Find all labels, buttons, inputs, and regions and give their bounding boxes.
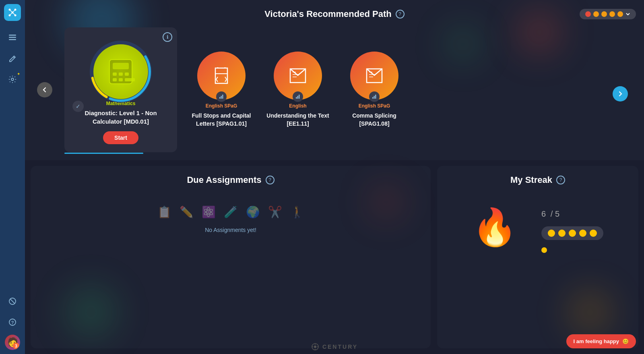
assignments-help[interactable]: ?	[266, 176, 275, 184]
path-card-2-category: English	[289, 103, 306, 109]
svg-line-6	[12, 10, 15, 12]
assignment-icon-globe: 🌍	[246, 205, 260, 219]
prev-button[interactable]	[37, 82, 52, 97]
svg-line-8	[12, 12, 15, 15]
path-card-1-stats[interactable]	[216, 91, 227, 102]
assignment-icon-scissors: ✂️	[268, 205, 282, 219]
assignments-title: Due Assignments	[187, 175, 261, 185]
svg-rect-26	[119, 78, 123, 81]
path-card-3: English SPaG Comma Splicing [SPAG1.08]	[342, 52, 407, 128]
path-card-3-icon-wrap[interactable]	[350, 52, 398, 100]
sidebar-item-list[interactable]	[4, 29, 21, 46]
svg-rect-21	[113, 63, 129, 69]
svg-point-38	[314, 346, 316, 348]
assignment-icon-clipboard: 📋	[157, 205, 171, 219]
my-streak: My Streak ? 🔥 6 / 5	[437, 166, 638, 348]
recommended-help[interactable]: ?	[396, 10, 405, 19]
svg-rect-11	[9, 39, 16, 40]
streak-dot-4	[579, 230, 586, 237]
start-button[interactable]: Start	[103, 131, 138, 144]
svg-rect-22	[113, 72, 117, 76]
calculator-icon-wrap	[89, 39, 153, 95]
svg-rect-36	[375, 95, 376, 99]
streak-help[interactable]: ?	[556, 176, 565, 184]
main-content: Victoria's Recommended Path ?	[25, 0, 644, 354]
streak-count: 6 / 5	[541, 201, 559, 221]
svg-rect-29	[221, 96, 222, 99]
path-card-1-icon-wrap[interactable]	[197, 52, 246, 100]
streak-extra-dot	[541, 247, 547, 253]
sidebar-item-help[interactable]: ?	[4, 314, 21, 331]
avatar-badge: 3	[13, 343, 19, 349]
streak-dots	[541, 226, 603, 240]
path-card-2-stats[interactable]	[293, 91, 303, 102]
flame-icon: 🔥	[472, 209, 517, 245]
dot-filter[interactable]	[580, 9, 636, 19]
assignment-icon-person: 🚶	[290, 205, 304, 219]
sidebar-item-settings[interactable]: ✦	[4, 71, 21, 88]
svg-rect-31	[296, 97, 297, 99]
streak-dot-2	[558, 230, 566, 237]
svg-rect-25	[113, 78, 117, 81]
path-card-3-stats[interactable]	[369, 91, 380, 102]
path-card-1-title: Full Stops and Capital Letters [SPAG1.01…	[189, 112, 254, 128]
cards-row: ℹ	[37, 27, 632, 160]
streak-right: 6 / 5	[541, 201, 603, 253]
filter-dot-3	[601, 11, 607, 17]
bottom-sections: Due Assignments ? 📋 ✏️ ⚛️ 🧪 🌍 ✂️ 🚶 No As…	[25, 160, 644, 354]
filter-dot-1	[585, 11, 591, 17]
card-info-button[interactable]: ℹ	[163, 32, 172, 42]
sidebar: ✦ ? 🧑 3	[0, 0, 25, 354]
svg-rect-9	[9, 35, 16, 36]
svg-rect-35	[374, 96, 375, 99]
filter-dot-2	[593, 11, 599, 17]
svg-line-7	[10, 12, 12, 15]
path-card-2-title: Understanding the Text [EE1.11]	[266, 112, 330, 128]
path-card-2: English Understanding the Text [EE1.11]	[266, 52, 330, 128]
card-check-icon: ✓	[72, 101, 84, 112]
assignments-header: Due Assignments ?	[187, 175, 274, 185]
svg-point-12	[11, 78, 14, 81]
streak-header: My Streak ?	[510, 175, 565, 185]
svg-rect-32	[297, 96, 299, 99]
streak-dot-5	[590, 230, 597, 237]
assignments-icons: 📋 ✏️ ⚛️ 🧪 🌍 ✂️ 🚶	[157, 205, 304, 219]
sidebar-item-edit[interactable]	[4, 50, 21, 67]
svg-rect-10	[9, 37, 16, 38]
avatar[interactable]: 🧑 3	[5, 335, 20, 350]
card-title: Diagnostic: Level 1 - Non Calculator [MD…	[72, 109, 169, 126]
svg-line-14	[10, 299, 15, 304]
sidebar-item-block[interactable]	[4, 293, 21, 310]
featured-card: ℹ	[64, 27, 177, 152]
streak-dot-3	[569, 230, 576, 237]
next-button[interactable]	[613, 86, 628, 101]
path-card-1: English SPaG Full Stops and Capital Lett…	[189, 52, 254, 128]
svg-rect-33	[299, 95, 300, 99]
sidebar-logo[interactable]	[4, 4, 21, 21]
century-logo-text: CENTURY	[322, 344, 358, 350]
chevron-down-icon	[625, 12, 630, 17]
streak-content: 🔥 6 / 5	[472, 201, 603, 253]
svg-rect-34	[372, 97, 374, 99]
recommended-section: Victoria's Recommended Path ?	[25, 0, 644, 160]
century-logo-icon	[311, 343, 319, 351]
century-logo: CENTURY	[311, 343, 358, 351]
calculator-icon	[93, 44, 148, 99]
streak-dot-1	[548, 230, 555, 237]
recommended-title: Victoria's Recommended Path	[264, 9, 391, 19]
svg-text:?: ?	[11, 320, 14, 325]
path-card-2-icon-wrap[interactable]	[274, 52, 322, 100]
assignment-icon-atom: ⚛️	[202, 205, 216, 219]
streak-title: My Streak	[510, 175, 552, 185]
assignment-icon-pencil: ✏️	[180, 205, 194, 219]
svg-rect-30	[222, 95, 223, 99]
svg-rect-27	[125, 78, 135, 81]
path-card-3-category: English SPaG	[359, 103, 390, 109]
assignment-icon-tube: 🧪	[224, 205, 238, 219]
sidebar-bottom: ? 🧑 3	[4, 293, 21, 350]
no-assignments-text: No Assignments yet!	[205, 227, 256, 233]
recommended-header: Victoria's Recommended Path ?	[37, 9, 632, 19]
svg-rect-23	[119, 72, 123, 76]
svg-rect-28	[219, 97, 221, 99]
path-card-1-category: English SPaG	[206, 103, 237, 109]
